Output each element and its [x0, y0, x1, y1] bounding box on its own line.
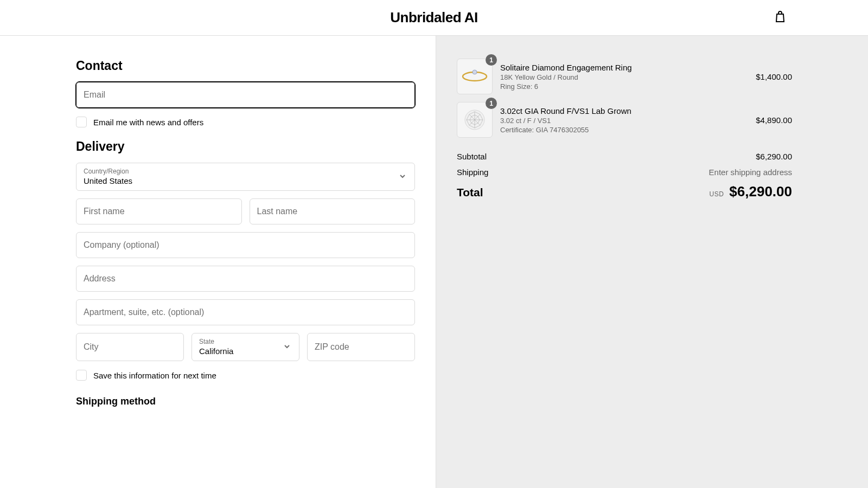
shipping-label: Shipping — [457, 168, 488, 177]
delivery-heading: Delivery — [76, 139, 415, 154]
checkout-form: Contact Email me with news and offers De… — [0, 36, 436, 488]
shipping-value: Enter shipping address — [709, 168, 792, 177]
contact-heading: Contact — [76, 59, 415, 73]
quantity-badge: 1 — [486, 54, 497, 66]
line-item: 1 3.02ct GIA Round F/VS1 Lab Grown 3.02 … — [457, 102, 792, 138]
zip-field[interactable] — [307, 333, 415, 361]
item-option: Certificate: GIA 7476302055 — [500, 126, 748, 134]
newsletter-checkbox[interactable] — [76, 117, 87, 127]
site-header: Unbridaled AI — [0, 0, 868, 36]
newsletter-label: Email me with news and offers — [93, 118, 203, 127]
save-info-label: Save this information for next time — [93, 371, 216, 380]
shopping-bag-icon — [774, 16, 787, 25]
ring-icon — [460, 62, 489, 91]
diamond-icon — [462, 107, 487, 132]
order-summary: 1 Solitaire Diamond Engagement Ring 18K … — [436, 36, 868, 488]
product-thumbnail: 1 — [457, 102, 493, 138]
country-value: United States — [84, 176, 132, 185]
state-select[interactable]: State California — [192, 333, 299, 361]
country-label: Country/Region — [84, 168, 407, 175]
email-field[interactable] — [76, 82, 415, 108]
state-label: State — [199, 338, 292, 345]
svg-point-1 — [473, 70, 477, 74]
item-variant: 18K Yellow Gold / Round — [500, 73, 748, 81]
item-price: $4,890.00 — [756, 115, 792, 125]
shipping-method-heading: Shipping method — [76, 396, 415, 407]
last-name-field[interactable] — [250, 198, 416, 224]
address-field[interactable] — [76, 266, 415, 292]
chevron-down-icon — [399, 172, 406, 182]
item-variant: 3.02 ct / F / VS1 — [500, 117, 748, 125]
line-item: 1 Solitaire Diamond Engagement Ring 18K … — [457, 59, 792, 94]
currency-code: USD — [709, 190, 724, 198]
total-value: $6,290.00 — [729, 183, 792, 200]
subtotal-value: $6,290.00 — [756, 152, 792, 161]
country-select[interactable]: Country/Region United States — [76, 163, 415, 191]
total-label: Total — [457, 186, 483, 199]
apartment-field[interactable] — [76, 299, 415, 325]
chevron-down-icon — [284, 342, 290, 352]
city-field[interactable] — [76, 333, 184, 361]
item-title: Solitaire Diamond Engagement Ring — [500, 63, 748, 72]
company-field[interactable] — [76, 232, 415, 258]
state-value: California — [199, 346, 233, 356]
subtotal-label: Subtotal — [457, 152, 487, 161]
cart-button[interactable] — [774, 10, 787, 25]
item-option: Ring Size: 6 — [500, 82, 748, 91]
quantity-badge: 1 — [486, 98, 497, 109]
first-name-field[interactable] — [76, 198, 242, 224]
item-title: 3.02ct GIA Round F/VS1 Lab Grown — [500, 106, 748, 115]
product-thumbnail: 1 — [457, 59, 493, 94]
item-price: $1,400.00 — [756, 72, 792, 81]
brand-logo[interactable]: Unbridaled AI — [390, 9, 478, 26]
save-info-checkbox[interactable] — [76, 370, 87, 381]
